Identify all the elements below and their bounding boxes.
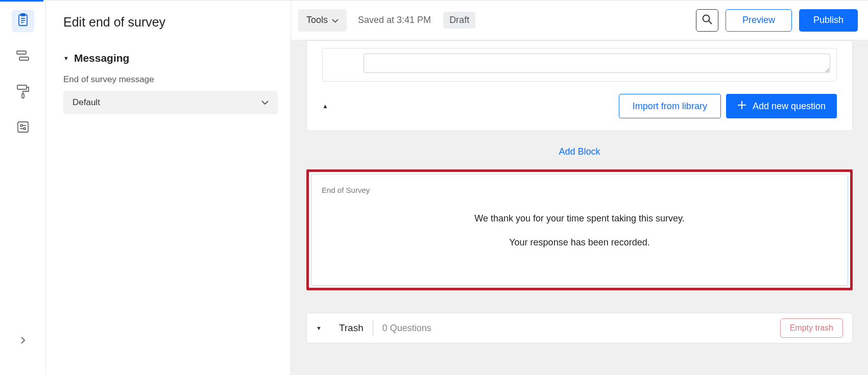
main-area: Tools Saved at 3:41 PM Draft Preview Pub… [291,1,868,375]
import-from-library-button[interactable]: Import from library [619,94,721,118]
eos-highlight-frame: End of Survey We thank you for your time… [306,169,853,290]
svg-point-11 [20,124,22,127]
clipboard-icon [17,13,29,29]
search-icon [702,14,712,26]
select-value: Default [73,97,100,108]
eos-message-line2: Your response has been recorded. [322,236,837,249]
eos-block-label: End of Survey [322,186,837,194]
eos-message: We thank you for your time spent taking … [322,212,837,249]
svg-rect-8 [22,94,24,98]
question-block: ▲ Import from library Add new question [306,40,853,131]
app-container: Edit end of survey ▼ Messaging End of su… [0,0,868,375]
caret-down-icon: ▼ [63,55,69,61]
collapse-caret[interactable]: ▲ [322,103,328,110]
canvas: ▲ Import from library Add new question A… [291,40,868,375]
publish-button[interactable]: Publish [799,9,858,32]
section-title: Messaging [74,52,130,64]
trash-caret[interactable]: ▼ [316,325,322,331]
icon-rail [0,1,46,375]
rail-item-options[interactable] [12,117,34,139]
chevron-right-icon [20,336,26,347]
svg-point-14 [703,15,709,22]
rail-item-look[interactable] [12,81,34,104]
sliders-icon [17,121,29,135]
page-title: Edit end of survey [63,15,273,30]
field-label-eos-message: End of survey message [63,74,273,85]
svg-point-13 [23,128,26,130]
rail-expand[interactable] [12,330,34,353]
svg-line-15 [709,21,712,24]
empty-trash-button[interactable]: Empty trash [780,318,843,338]
preview-button[interactable]: Preview [726,9,792,32]
tools-dropdown[interactable]: Tools [298,9,347,32]
section-header-messaging[interactable]: ▼ Messaging [63,52,273,64]
sidebar-panel: Edit end of survey ▼ Messaging End of su… [46,1,291,375]
eos-message-select[interactable]: Default [63,91,278,114]
eos-message-line1: We thank you for your time spent taking … [322,212,837,226]
svg-rect-7 [17,85,27,89]
flow-icon [16,50,30,63]
add-new-question-button[interactable]: Add new question [726,94,837,118]
saved-status: Saved at 3:41 PM [358,15,431,26]
trash-count: 0 Questions [382,323,431,334]
chevron-down-icon [261,98,269,107]
trash-bar: ▼ Trash 0 Questions Empty trash [306,313,853,343]
top-bar: Tools Saved at 3:41 PM Draft Preview Pub… [291,1,868,40]
chevron-down-icon [332,15,339,26]
rail-item-survey[interactable] [12,10,34,32]
svg-rect-5 [17,51,26,54]
svg-rect-9 [18,122,28,132]
plus-icon [737,101,746,112]
svg-rect-6 [19,57,29,60]
tools-label: Tools [306,15,328,26]
question-container [322,48,837,82]
rail-item-flow[interactable] [12,45,34,68]
search-button[interactable] [696,9,718,32]
question-textarea[interactable] [364,54,830,73]
trash-label: Trash [339,320,373,336]
paint-roller-icon [16,84,30,101]
add-block-link[interactable]: Add Block [306,131,853,169]
add-question-label: Add new question [753,101,826,112]
draft-badge: Draft [443,12,475,29]
end-of-survey-block[interactable]: End of Survey We thank you for your time… [311,174,848,286]
